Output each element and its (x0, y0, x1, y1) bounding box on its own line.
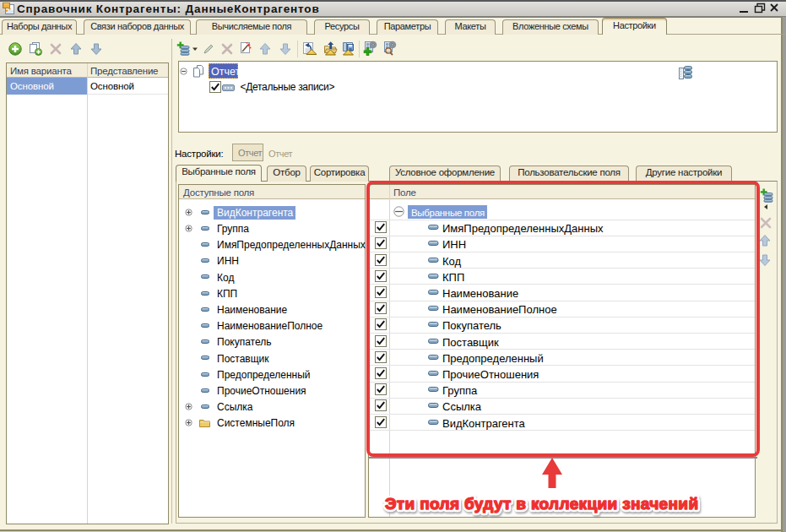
svg-text:Эти поля будут в коллекции зна: Эти поля будут в коллекции значений (385, 495, 698, 513)
